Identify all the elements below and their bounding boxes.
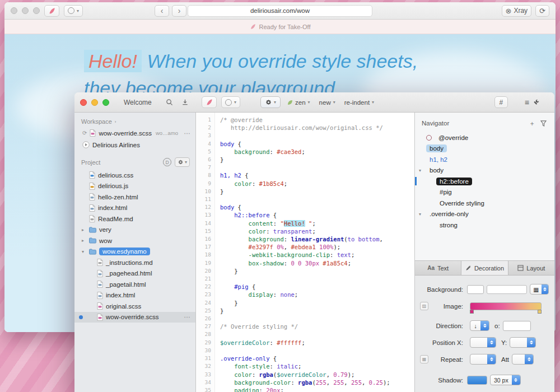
tab-layout[interactable]: Layout (508, 261, 554, 275)
background-color-swatch[interactable] (467, 285, 484, 294)
more-button[interactable]: ⋯ (184, 129, 192, 137)
zoom-button[interactable] (102, 99, 109, 106)
forward-button[interactable]: › (172, 5, 186, 17)
position-y-select[interactable] (510, 337, 536, 348)
gradient-editor[interactable] (470, 302, 542, 310)
line-number: 24 (196, 299, 211, 307)
project-section-header[interactable]: Project D ▾ (74, 151, 195, 170)
line-number: 35 (196, 386, 211, 392)
gradient-stop-handle[interactable] (538, 310, 542, 314)
repeat-mini-icon[interactable]: ▦ (420, 355, 428, 363)
filter-button[interactable] (538, 118, 549, 129)
chevron-down-icon: ▾ (77, 8, 79, 13)
file-row[interactable]: index.html (74, 290, 195, 301)
wrench-icon[interactable] (533, 99, 540, 106)
url-field[interactable]: deliriousair.com/wow (188, 5, 372, 17)
project-gear-button[interactable]: ▾ (175, 157, 190, 167)
file-row[interactable]: ReadMe.md (74, 213, 195, 225)
chevron-down-icon[interactable]: ▾ (419, 212, 421, 217)
file-row[interactable]: wow-override.scss⋯ (74, 312, 195, 323)
shadow-color-swatch[interactable] (467, 376, 487, 385)
file-row[interactable]: hello-zen.html (74, 192, 195, 203)
project-switcher-icon[interactable]: D (163, 158, 171, 166)
attachment-select[interactable] (512, 354, 534, 365)
background-well[interactable] (487, 285, 528, 294)
reindent-button[interactable]: re-indent ▾ (342, 99, 376, 106)
workspace-section-header[interactable]: Workspace › (74, 113, 195, 127)
navigator-item[interactable]: Override styling (415, 198, 554, 209)
navigator-item[interactable]: h2::before (415, 176, 554, 187)
zoom-button[interactable] (33, 7, 40, 14)
welcome-label: Welcome (124, 99, 152, 106)
play-icon (82, 141, 90, 148)
xray-button[interactable]: ⊗ Xray (502, 5, 532, 17)
navigator-item[interactable]: h1, h2 (415, 154, 554, 165)
hash-navigator-button[interactable]: # (494, 96, 508, 108)
line-number-gutter: 1234567891011121314151617181920212223242… (196, 113, 215, 392)
tab-decoration[interactable]: Decoration (461, 261, 508, 275)
line-number: 9 (196, 180, 211, 188)
file-row[interactable]: delirious.css (74, 170, 195, 181)
zen-button[interactable]: zen ▾ (285, 99, 312, 106)
add-button[interactable]: ＋ (526, 118, 538, 129)
back-button[interactable]: ‹ (155, 5, 169, 17)
minimize-button[interactable] (22, 7, 29, 14)
navigator-item[interactable]: body (415, 143, 554, 155)
close-button[interactable] (80, 99, 87, 106)
more-button[interactable]: ⋯ (184, 313, 192, 321)
overrides-menu-button[interactable]: ▾ (64, 5, 83, 17)
active-file-dot (79, 315, 83, 319)
code-line: /* Override styling */ (220, 323, 414, 330)
navigator-item[interactable]: #pig (415, 187, 554, 198)
navigator-item[interactable]: ▾body (415, 165, 554, 176)
list-icon[interactable]: ≡ (525, 98, 529, 107)
tab-text[interactable]: Aa Text (415, 261, 461, 275)
code-lines[interactable]: /* @override http://deliriousair.com/wow… (215, 113, 414, 392)
overrides-menu-button[interactable]: ▾ (221, 96, 240, 108)
file-row[interactable]: original.scss (74, 301, 195, 312)
close-button[interactable] (11, 7, 17, 14)
new-button[interactable]: new ▾ (317, 99, 338, 106)
repeat-select[interactable] (470, 354, 496, 365)
search-button[interactable] (164, 97, 175, 108)
file-row[interactable]: ▸wow (74, 235, 195, 246)
file-row[interactable]: ▸very (74, 225, 195, 236)
navigator-item[interactable]: ▾.override-only (415, 209, 554, 220)
code-editor[interactable]: 1234567891011121314151617181920212223242… (196, 113, 414, 392)
refresh-button[interactable]: ⟳ (535, 5, 549, 17)
file-name: wow (99, 237, 112, 244)
takeoff-button[interactable] (44, 5, 59, 17)
minimize-button[interactable] (91, 99, 98, 106)
direction-select[interactable]: ↓ (470, 320, 489, 331)
html-file-icon (97, 292, 103, 299)
chevron-down-icon[interactable]: ▾ (82, 249, 84, 254)
line-number: 22 (196, 283, 211, 291)
file-row[interactable]: delirious.js (74, 181, 195, 192)
browser-toolbar: ▾ ‹ › deliriousair.com/wow ⊗ Xray ⟳ (4, 2, 556, 20)
gradient-stop-handle[interactable] (470, 310, 474, 314)
headline-line1: When you override style sheets, (142, 50, 418, 72)
file-row[interactable]: ▾wow.esdynamo (74, 246, 195, 258)
position-x-select[interactable] (470, 337, 496, 348)
file-row[interactable]: _pagehead.html (74, 268, 195, 279)
chevron-right-icon[interactable]: ▸ (82, 227, 84, 232)
takeoff-button[interactable] (202, 96, 217, 108)
degree-input[interactable] (503, 321, 531, 331)
chevron-right-icon[interactable]: ▸ (82, 238, 84, 243)
code-line (220, 195, 414, 203)
workspace-item[interactable]: Delirious Airlines (74, 139, 195, 151)
workspace-item[interactable]: ⟳wow-override.scsswo…amo⋯ (74, 127, 195, 139)
shadow-size-select[interactable]: 30 px (490, 375, 521, 385)
file-row[interactable]: _pagetail.html (74, 279, 195, 290)
navigator-item[interactable]: strong (415, 220, 554, 231)
install-button[interactable] (179, 97, 190, 108)
image-mini-icon[interactable]: ▨ (420, 302, 428, 310)
file-row[interactable]: index.html (74, 203, 195, 214)
background-picker[interactable]: ▦ (530, 284, 549, 295)
file-row[interactable]: _instructions.md (74, 257, 195, 268)
navigator-item[interactable]: @override (415, 132, 554, 143)
project-file-list: delirious.cssdelirious.jshello-zen.htmli… (74, 170, 195, 323)
line-number: 30 (196, 347, 211, 354)
actions-gear-button[interactable]: ▾ (260, 96, 281, 108)
chevron-down-icon[interactable]: ▾ (419, 168, 421, 173)
